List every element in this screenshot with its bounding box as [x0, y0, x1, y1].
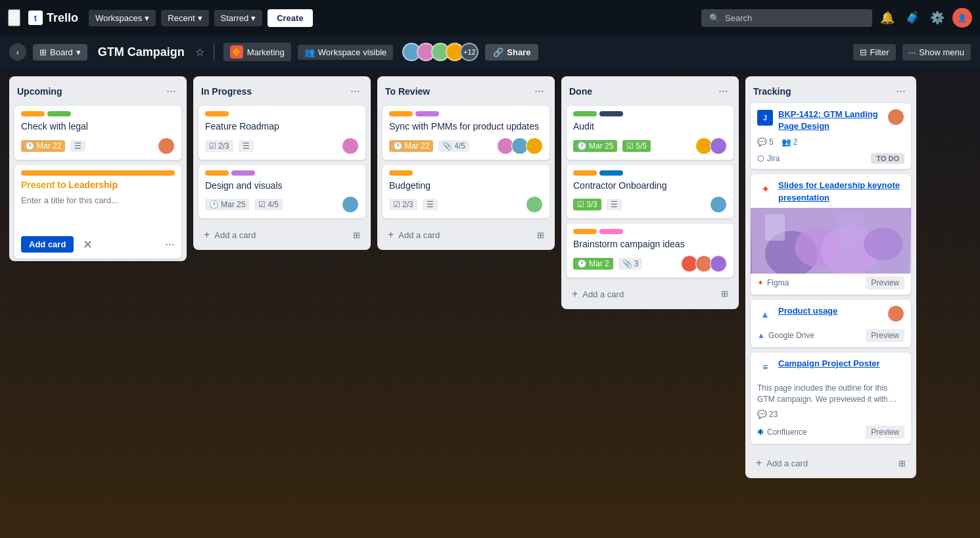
card-title: Brainstorm campaign ideas [573, 238, 727, 251]
column-cards-upcoming: Check with legal 🕐 Mar 22 ☰ [9, 103, 187, 261]
label-blue [599, 170, 623, 176]
add-card-row-in-progress[interactable]: + Add a card ⊞ [198, 225, 365, 245]
tracking-card-product-usage[interactable]: ▲ Product usage ▲ Google Drive Preview [751, 300, 911, 347]
tracking-card-slides[interactable]: ✦ Slides for Leadership keynote presenta… [751, 174, 911, 294]
workspace-tag[interactable]: 🔶 Marketing [223, 43, 291, 61]
tc-title: Campaign Project Poster [778, 358, 904, 370]
column-header-to-review: To Review ··· [377, 76, 555, 103]
checklist-icon: ☑ [577, 200, 584, 209]
desc-icon: ☰ [611, 200, 618, 209]
attachment-icon: 📎 [442, 141, 452, 151]
tc-title: Slides for Leadership keynote presentati… [778, 180, 904, 203]
tc-meta: 💬 5 👥 2 [751, 136, 911, 151]
sidebar-toggle-button[interactable]: ‹ [9, 43, 26, 61]
card-sync-with-pmms[interactable]: Sync with PMMs for product updates 🕐 Mar… [383, 106, 549, 160]
card-avatar-1 [158, 137, 175, 155]
card-audit[interactable]: Audit 🕐 Mar 25 ☑ 5/5 [567, 106, 734, 160]
tc-avatar [887, 305, 904, 322]
column-menu-in-progress[interactable]: ··· [348, 83, 363, 99]
column-header-in-progress: In Progress ··· [193, 76, 371, 103]
add-card-footer-to-review: + Add a card ⊞ [377, 221, 555, 250]
member-count-badge[interactable]: +12 [460, 43, 478, 61]
checklist-badge: ☑ 4/5 [254, 199, 283, 210]
show-menu-button[interactable]: ··· Show menu [902, 44, 971, 61]
recent-button[interactable]: Recent ▾ [161, 10, 208, 26]
tc-preview-button[interactable]: Preview [866, 329, 904, 342]
tc-source-name: ✦ Figma [757, 278, 789, 287]
tc-preview-button[interactable]: Preview [866, 276, 904, 289]
share-button[interactable]: 🔗 Share [485, 44, 538, 61]
user-avatar[interactable]: 👤 [952, 8, 972, 28]
search-bar[interactable]: 🔍 Search [701, 9, 872, 27]
due-date-badge: 🕐 Mar 25 [205, 199, 249, 210]
apps-button[interactable]: 🧳 [902, 8, 922, 28]
card-budgeting[interactable]: Budgeting ☑ 2/3 ☰ [383, 165, 549, 219]
column-to-review: To Review ··· Sync with PMMs for product… [377, 76, 555, 250]
due-date-badge: 🕐 Mar 25 [573, 140, 617, 152]
template-icon: ⊞ [721, 289, 728, 299]
card-avatar-1 [342, 137, 359, 155]
card-brainstorm-campaign[interactable]: Brainstorm campaign ideas 🕐 Mar 2 📎 3 [567, 224, 734, 278]
column-cards-to-review: Sync with PMMs for product updates 🕐 Mar… [377, 103, 555, 221]
column-menu-upcoming[interactable]: ··· [164, 83, 179, 99]
column-tracking: Tracking ··· J BKP-1412: GTM Landing Pag… [745, 76, 916, 478]
tc-preview-button[interactable]: Preview [866, 426, 904, 439]
settings-button[interactable]: ⚙️ [927, 8, 947, 28]
divider [214, 44, 214, 60]
star-button[interactable]: ☆ [195, 46, 204, 59]
trello-logo[interactable]: t Trello [28, 11, 78, 25]
column-header-tracking: Tracking ··· [745, 76, 916, 103]
add-card-row-done[interactable]: + Add a card ⊞ [567, 284, 734, 304]
add-card-row-to-review[interactable]: + Add a card ⊞ [383, 225, 549, 245]
card-design-and-visuals[interactable]: Design and visuals 🕐 Mar 25 ☑ 4/5 [198, 165, 365, 219]
board-header: ‹ ⊞ Board ▾ GTM Campaign ☆ 🔶 Marketing 👥… [0, 36, 980, 68]
more-card-options-button[interactable]: ··· [165, 237, 175, 251]
starred-button[interactable]: Starred ▾ [214, 10, 263, 26]
tracking-card-bkp1412[interactable]: J BKP-1412: GTM Landing Page Design 💬 5 … [751, 103, 911, 169]
desc-icon: ☰ [74, 141, 82, 151]
create-button[interactable]: Create [268, 9, 312, 27]
due-date-badge: 🕐 Mar 2 [573, 258, 613, 270]
board-canvas: Upcoming ··· Check with legal 🕐 Mar 22 ☰ [0, 68, 980, 538]
card-meta: 🕐 Mar 25 ☑ 4/5 [205, 196, 359, 213]
label-orange [205, 170, 229, 176]
card-contractor-onboarding[interactable]: Contractor Onboarding ☑ 3/3 ☰ [567, 165, 734, 219]
members-icon: 👥 [782, 137, 791, 147]
clock-icon: 🕐 [209, 200, 219, 209]
template-icon: ⊞ [353, 230, 360, 240]
visibility-button[interactable]: 👥 Workspace visible [298, 45, 394, 60]
tc-header: ✦ Slides for Leadership keynote presenta… [751, 174, 911, 207]
add-card-confirm-button[interactable]: Add card [21, 236, 74, 253]
card-meta: ☑ 2/3 ☰ [389, 196, 543, 213]
board-name[interactable]: GTM Campaign [94, 43, 189, 62]
column-menu-done[interactable]: ··· [716, 83, 731, 99]
card-check-with-legal[interactable]: Check with legal 🕐 Mar 22 ☰ [14, 106, 181, 160]
checklist-badge: ☑ 5/5 [622, 140, 651, 152]
column-menu-to-review[interactable]: ··· [532, 83, 547, 99]
filter-button[interactable]: ⊟ Filter [853, 44, 896, 61]
add-card-row-tracking[interactable]: + Add a card ⊞ [751, 453, 911, 473]
column-menu-tracking[interactable]: ··· [893, 83, 908, 99]
tc-header: J BKP-1412: GTM Landing Page Design [751, 103, 911, 136]
label-pink [599, 229, 623, 234]
card-feature-roadmap[interactable]: Feature Roadmap ☑ 2/3 ☰ [198, 106, 365, 160]
column-upcoming: Upcoming ··· Check with legal 🕐 Mar 22 ☰ [9, 76, 187, 261]
tracking-card-campaign-poster[interactable]: ≡ Campaign Project Poster This page incl… [751, 353, 911, 445]
grid-menu-button[interactable]: ⊞ [8, 9, 20, 26]
board-view-button[interactable]: ⊞ Board ▾ [33, 44, 87, 61]
share-icon: 🔗 [493, 47, 503, 57]
tc-source: ⬡ Jira TO DO [751, 151, 911, 169]
desc-badge: ☰ [607, 199, 622, 210]
label-orange-new [21, 170, 175, 176]
notifications-button[interactable]: 🔔 [877, 8, 897, 28]
add-card-footer-in-progress: + Add a card ⊞ [193, 221, 371, 250]
gdrive-source-icon: ▲ [757, 331, 765, 340]
new-card-input-field[interactable] [21, 195, 175, 230]
column-cards-in-progress: Feature Roadmap ☑ 2/3 ☰ [193, 103, 371, 221]
search-icon: 🔍 [709, 13, 720, 23]
clock-icon: 🕐 [25, 141, 35, 151]
close-new-card-button[interactable]: ✕ [79, 236, 97, 253]
jira-source-icon: ⬡ [757, 154, 764, 163]
workspaces-button[interactable]: Workspaces ▾ [89, 10, 156, 26]
card-labels [389, 170, 543, 176]
